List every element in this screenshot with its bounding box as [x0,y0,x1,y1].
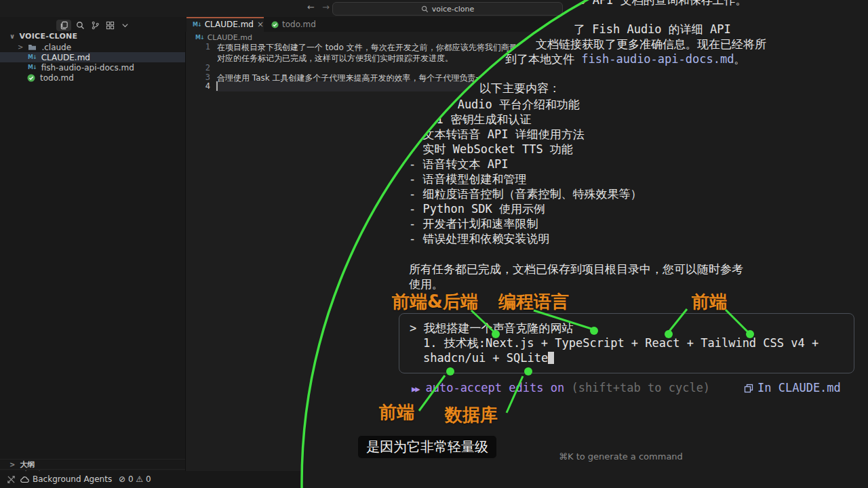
annotation-label-frontend-bottom: 前端 [379,401,414,424]
outline-section[interactable]: >大纲 [0,459,185,470]
sidebar-search-icon[interactable] [73,20,87,31]
chat-bullet: - 开发者计划和速率限制 [409,216,538,231]
problems-item[interactable]: ⊘ 0 ⚠ 0 [119,474,151,484]
line-number: 3 [193,73,210,82]
cloud-icon [20,476,30,483]
markdown-icon: M↓ [28,64,37,70]
source-control-icon[interactable] [87,20,102,31]
folder-icon [28,43,37,51]
markdown-icon: M↓ [28,54,37,60]
auto-accept-hint: (shift+tab to cycle) [571,381,710,394]
chat-bullet: - 细粒度语音控制（音素控制、特殊效果等） [409,186,642,201]
markdown-icon: M↓ [195,35,204,41]
annotation-label-frontend-backend: 前端&后端 [392,290,478,314]
background-agents-item[interactable]: Background Agents [33,474,112,484]
chat-bullet: - 实时 WebSocket TTS 功能 [409,142,573,157]
chat-bullet: - 语音模型创建和管理 [409,171,526,186]
check-circle-icon [271,21,279,28]
annotation-label-database: 数据库 [445,403,498,427]
chat-bullet: - API 密钥生成和认证 [409,112,531,127]
chat-bullet: - Fish Audio 平台介绍和功能 [409,97,580,112]
line-number: 4 [193,81,210,91]
chat-bullet: - 错误处理和依赖安装说明 [409,231,549,246]
chevron-right-icon: > [9,461,15,468]
auto-accept-status: ▶▶auto-accept edits on (shift+tab to cyc… [412,380,710,396]
extensions-icon[interactable] [102,20,117,31]
warning-icon: ⚠ [136,474,143,484]
copy-icon [744,384,753,393]
file-label: CLAUDE.md [41,53,90,62]
sidebar-item-fish-audio-docs[interactable]: M↓ fish-audio-api-docs.md [0,62,185,73]
command-search-box[interactable]: voice-clone [332,2,563,16]
file-label: fish-audio-api-docs.md [41,63,134,73]
chat-line: 了 Fish Audio 的详细 API [574,22,731,37]
file-link[interactable]: fish-audio-api-docs.md [581,52,734,66]
chat-line: io API 文档的查询和保存工作。 [572,0,747,7]
file-label: .claude [41,43,71,52]
app-window: ← → voice-clone ∨VOICE-CLONE > .claud [0,0,868,488]
chat-bullet: - 语音转文本 API [409,157,508,171]
prompt-line: > 我想搭建一个声音克隆的网站 [410,321,573,336]
in-file-indicator: In CLAUDE.md [744,380,841,395]
more-actions-chevron-icon[interactable] [117,20,132,31]
chat-bullet: - Python SDK 使用示例 [409,201,545,216]
sidebar-item-claude-md[interactable]: M↓ CLAUDE.md [0,52,185,62]
chat-heading: 以下主要内容： [479,81,560,96]
line-number: 2 [193,63,210,73]
file-label: todo.md [40,73,74,83]
annotation-label-frontend-top: 前端 [692,290,727,314]
breadcrumb[interactable]: M↓ CLAUDE.md [195,33,252,42]
check-circle-icon [27,74,35,82]
workspace-title[interactable]: ∨VOICE-CLONE [9,32,77,41]
explorer-copy-icon[interactable] [56,20,71,31]
markdown-icon: M↓ [193,22,201,28]
nav-back-icon[interactable]: ← [307,2,315,12]
explorer-sidebar: ∨VOICE-CLONE > .claude M↓ CLAUDE.md M↓ f… [0,17,186,471]
tab-todo-md[interactable]: todo.md [265,17,325,32]
sidebar-item-todo-md[interactable]: todo.md [0,73,185,83]
remote-window-icon[interactable] [7,475,16,484]
chat-bullet: - 文本转语音 API 详细使用方法 [409,127,585,142]
chat-summary: 所有任务都已完成，文档已保存到项目根目录中，您可以随时参考 [409,262,743,277]
active-tab-indicator [186,17,264,18]
cmdk-hint: ⌘K to generate a command [559,451,683,462]
annotation-label-language: 编程语言 [498,290,569,314]
close-icon[interactable]: × [257,20,264,29]
error-icon: ⊘ [119,474,125,484]
chevron-right-icon: > [18,43,23,51]
chat-line: 到了本地文件 fish-audio-api-docs.md。 [505,52,745,66]
terminal-cursor [548,352,554,364]
line-number: 1 [193,42,210,52]
chat-line: 文档链接获取了更多准确信息。现在已经将所 [536,37,766,52]
nav-forward-icon[interactable]: → [322,2,330,12]
prompt-line: shadcn/ui + SQLite [423,350,554,365]
search-value: voice-clone [432,5,475,14]
chevron-down-icon: ∨ [9,33,15,40]
editor-line: 对应的任务标记为已完成，这样可以方便我们实时跟踪开发进度。 [217,53,453,64]
video-subtitle: 是因为它非常轻量级 [358,436,496,458]
tab-claude-md[interactable]: M↓ CLAUDE.md × [186,17,264,32]
double-play-icon: ▶▶ [412,384,418,394]
tab-label: CLAUDE.md [205,20,254,29]
search-icon [421,5,429,13]
prompt-line: 1. 技术栈:Next.js + TypeScript + React + Ta… [423,336,818,350]
sidebar-item-claude-folder[interactable]: > .claude [0,42,185,52]
tab-label: todo.md [282,20,316,29]
breadcrumb-file: CLAUDE.md [208,33,252,42]
chat-summary: 使用。 [409,277,443,291]
